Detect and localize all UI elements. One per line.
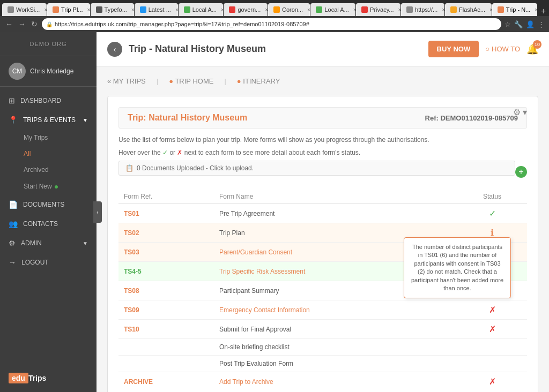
status-orange-icon: ℹ	[491, 228, 494, 237]
tab-latest[interactable]: Latest ...×	[135, 3, 178, 16]
status-onsite	[457, 339, 527, 356]
form-ref-ts45[interactable]: TS4-5	[124, 268, 142, 275]
browser-actions: ☆ 🔧 👤 ⋮	[505, 20, 545, 28]
notification-button[interactable]: 🔔 10	[526, 43, 538, 55]
tab-typefo[interactable]: Typefo...×	[91, 3, 134, 16]
bookmark-icon[interactable]: ☆	[505, 20, 511, 28]
tab-bar: « MY TRIPS | ● TRIP HOME | ● ITINERARY	[107, 75, 538, 87]
browser-toolbar: ← → ↻ 🔒 https://trips.edutrips.uk.com/tr…	[0, 16, 549, 32]
form-ref-ts02[interactable]: TS02	[124, 229, 139, 237]
tab-govern[interactable]: govern...×	[224, 3, 268, 16]
upload-bar[interactable]: 📋 0 Documents Uploaded - Click to upload…	[118, 161, 515, 176]
sidebar-item-label-logout: LOGOUT	[21, 259, 88, 266]
tab-itinerary[interactable]: ● ITINERARY	[237, 75, 280, 87]
table-row: TS03 Parent/Guardian Consent ℹ The numbe…	[118, 243, 527, 262]
refresh-btn[interactable]: ↻	[30, 19, 39, 29]
extension-icon[interactable]: 🔧	[514, 20, 523, 28]
form-ref-ts01[interactable]: TS01	[124, 210, 139, 217]
form-name-ts10[interactable]: Submit for Final Approval	[219, 326, 291, 333]
form-name-ts09[interactable]: Emergency Contact Information	[219, 306, 310, 314]
status-red-icon-ts10: ✗	[489, 325, 496, 334]
tab-trip-active[interactable]: Trip Pl...×	[47, 3, 90, 16]
forward-btn[interactable]: →	[17, 19, 27, 29]
documents-icon: 📄	[9, 200, 18, 209]
admin-icon: ⚙	[9, 239, 16, 247]
menu-icon[interactable]: ⋮	[538, 20, 545, 28]
trip-ref: Ref: DEMO01102019-085709	[425, 114, 518, 122]
sidebar-item-label-dashboard: DASHBOARD	[20, 97, 88, 104]
tab-worksi[interactable]: WorkSi...×	[2, 3, 47, 16]
tab-https[interactable]: https://...×	[401, 3, 444, 16]
sidebar-subitem-mytrips[interactable]: My Trips	[0, 130, 97, 146]
itinerary-dot: ●	[237, 77, 241, 85]
trip-name-value: Natural History Museum	[149, 113, 247, 122]
back-btn[interactable]: ←	[4, 19, 14, 29]
trips-arrow-icon: ▼	[83, 117, 88, 123]
form-ref-ts09[interactable]: TS09	[124, 306, 139, 314]
form-ref-ts10[interactable]: TS10	[124, 326, 139, 333]
tab-local2[interactable]: Local A...×	[310, 3, 355, 16]
org-header: DEMO ORG	[0, 32, 97, 56]
buy-now-button[interactable]: BUY NOW	[428, 41, 479, 57]
tab-coron[interactable]: Coron...×	[268, 3, 310, 16]
sidebar-item-documents[interactable]: 📄 DOCUMENTS	[0, 195, 97, 214]
form-name-ts03[interactable]: Parent/Guardian Consent	[219, 248, 292, 256]
new-tab-btn[interactable]: +	[538, 6, 549, 16]
status-red-icon-ts09: ✗	[489, 305, 496, 314]
page-title: Trip - Natural History Museum	[129, 43, 422, 55]
sidebar-item-trips[interactable]: 📍 TRIPS & EVENTS ▼	[0, 110, 97, 130]
sidebar-subitem-all[interactable]: All	[0, 146, 97, 162]
add-document-button[interactable]: +	[515, 166, 527, 178]
settings-gear-icon[interactable]: ⚙ ▾	[513, 107, 527, 117]
how-to-button[interactable]: ○ HOW TO	[485, 45, 520, 53]
sidebar-item-contacts[interactable]: 👥 CONTACTS	[0, 214, 97, 233]
form-name-posttrip[interactable]: Post Trip Evaluation Form	[219, 360, 293, 367]
form-name-ts08[interactable]: Participant Summary	[219, 287, 279, 295]
browser-tabs: WorkSi...× Trip Pl...× Typefo...× Latest…	[0, 0, 549, 16]
tab-local1[interactable]: Local A...×	[179, 3, 224, 16]
user-icon[interactable]: 👤	[526, 20, 535, 28]
form-name-ts45[interactable]: Trip Specific Risk Assessment	[219, 268, 305, 275]
status-ts03: ℹ The number of distinct participants in…	[457, 243, 527, 262]
sidebar-subitem-archived[interactable]: Archived	[0, 162, 97, 178]
col-status: Status	[457, 190, 527, 204]
status-ts09: ✗	[457, 300, 527, 320]
back-button[interactable]: ‹	[107, 42, 122, 57]
col-form-ref: Form Ref.	[118, 190, 214, 204]
sidebar-item-dashboard[interactable]: ⊞ DASHBOARD	[0, 91, 97, 110]
tab-trip-home[interactable]: ● TRIP HOME	[169, 75, 213, 87]
col-form-name: Form Name	[214, 190, 457, 204]
table-row: TS09 Emergency Contact Information ✗	[118, 300, 527, 320]
tab-trip-n[interactable]: Trip - N...×	[492, 3, 537, 16]
sidebar: DEMO ORG CM Chris Morledge ⊞ DASHBOARD 📍…	[0, 32, 97, 392]
status-red-icon-archive: ✗	[489, 377, 496, 386]
tab-flash[interactable]: FlashAc...×	[445, 3, 492, 16]
instruction-text-2: Hover over the ✓ or ✗ next to each form …	[118, 148, 527, 157]
sidebar-item-logout[interactable]: → LOGOUT	[0, 253, 97, 272]
tab-my-trips[interactable]: « MY TRIPS	[107, 75, 146, 87]
form-name-ts02[interactable]: Trip Plan	[219, 229, 245, 237]
tooltip-popup: The number of distinct participants in T…	[404, 237, 511, 298]
sidebar-toggle[interactable]: ‹	[93, 201, 102, 223]
form-ref-archive[interactable]: ARCHIVE	[124, 378, 153, 386]
form-ref-ts03[interactable]: TS03	[124, 248, 139, 256]
circle-icon: ○	[485, 45, 489, 53]
nav-section: ⊞ DASHBOARD 📍 TRIPS & EVENTS ▼ My Trips …	[0, 87, 97, 276]
status-archive: ✗	[457, 372, 527, 391]
sidebar-item-admin[interactable]: ⚙ ADMIN ▼	[0, 233, 97, 253]
sidebar-subitem-startnew[interactable]: Start New ●	[0, 178, 97, 195]
user-profile: CM Chris Morledge	[0, 56, 97, 87]
page-header: ‹ Trip - Natural History Museum BUY NOW …	[97, 32, 549, 66]
table-row: TS10 Submit for Final Approval ✗	[118, 320, 527, 339]
username: Chris Morledge	[30, 67, 73, 75]
form-name-ts01[interactable]: Pre Trip Agreement	[219, 210, 274, 217]
dashboard-icon: ⊞	[9, 96, 15, 105]
edu-logo: edu Trips	[0, 364, 97, 392]
form-name-onsite[interactable]: On-site briefing checklist	[219, 343, 290, 351]
address-bar[interactable]: 🔒 https://trips.edutrips.uk.com/trip_man…	[42, 18, 501, 30]
instruction-text-1: Use the list of forms below to plan your…	[118, 135, 527, 145]
form-ref-ts08[interactable]: TS08	[124, 287, 139, 295]
trip-name: Trip: Natural History Museum	[128, 113, 247, 123]
form-name-archive[interactable]: Add Trip to Archive	[219, 378, 273, 386]
tab-privacy[interactable]: Privacy...×	[356, 3, 400, 16]
